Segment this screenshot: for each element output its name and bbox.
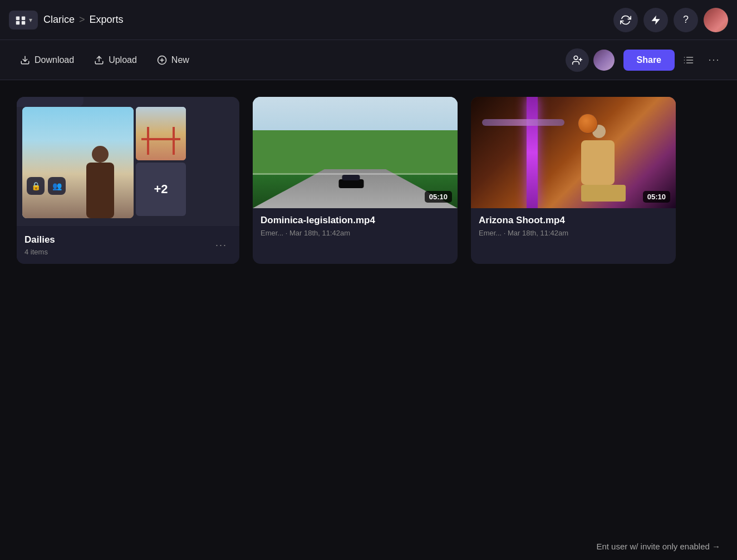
upload-label: Upload <box>109 55 137 65</box>
logo-button[interactable]: ▾ <box>9 11 38 30</box>
folder-thumb-side: +2 <box>136 107 186 220</box>
video-info-dominica: Dominica-legislation.mp4 Emer... · Mar 1… <box>253 208 458 245</box>
nav-right: ? <box>613 8 728 32</box>
more-options-button[interactable]: ··· <box>702 48 726 72</box>
people-badge: 👥 <box>48 177 66 195</box>
add-person-button[interactable] <box>566 48 589 72</box>
folder-tab <box>17 97 83 107</box>
user-avatar-button[interactable] <box>704 8 728 32</box>
video-duration-arizona: 05:10 <box>643 191 670 203</box>
svg-point-10 <box>574 56 578 60</box>
video-meta-dominica: Emer... · Mar 18th, 11:42am <box>261 229 450 237</box>
breadcrumb-current: Exports <box>90 14 124 26</box>
folder-thumbnail-area: +2 🔒 👥 <box>17 97 239 226</box>
video-thumbnail-arizona: 05:10 <box>471 97 676 208</box>
folder-icon-badges: 🔒 👥 <box>27 177 66 195</box>
share-label: Share <box>637 55 661 65</box>
list-view-button[interactable] <box>677 48 700 72</box>
share-button[interactable]: Share <box>623 50 675 71</box>
download-button[interactable]: Download <box>11 51 83 70</box>
toolbar: Download Upload New Sh <box>0 40 737 80</box>
refresh-button[interactable] <box>613 8 638 32</box>
footer-link[interactable]: Ent user w/ invite only enabled → <box>596 542 720 551</box>
folder-more-count: +2 <box>136 163 186 216</box>
video-card-dominica[interactable]: 05:10 Dominica-legislation.mp4 Emer... ·… <box>253 97 458 264</box>
main-content: +2 🔒 👥 Dailies 4 items ··· <box>0 80 737 281</box>
folder-menu-button[interactable]: ··· <box>211 237 232 253</box>
video-meta-arizona: Emer... · Mar 18th, 11:42am <box>479 229 668 237</box>
folder-count: 4 items <box>24 248 55 256</box>
chevron-down-icon: ▾ <box>29 16 32 24</box>
folder-thumb-main <box>22 107 134 218</box>
footer: Ent user w/ invite only enabled → <box>579 533 737 560</box>
download-label: Download <box>35 55 74 65</box>
upload-button[interactable]: Upload <box>85 51 146 70</box>
folder-card-dailies[interactable]: +2 🔒 👥 Dailies 4 items ··· <box>17 97 239 264</box>
video-thumbnail-dominica: 05:10 <box>253 97 458 208</box>
folder-name: Dailies <box>24 234 55 245</box>
nav-left: ▾ Clarice > Exports <box>9 11 124 30</box>
video-card-arizona[interactable]: 05:10 Arizona Shoot.mp4 Emer... · Mar 18… <box>471 97 676 264</box>
help-button[interactable]: ? <box>674 8 698 32</box>
video-info-arizona: Arizona Shoot.mp4 Emer... · Mar 18th, 11… <box>471 208 676 245</box>
breadcrumb: Clarice > Exports <box>43 14 124 26</box>
lightning-button[interactable] <box>643 8 668 32</box>
breadcrumb-separator: > <box>79 14 85 26</box>
collab-avatars <box>566 48 616 72</box>
folder-thumb-bridge <box>136 107 186 160</box>
video-name-arizona: Arizona Shoot.mp4 <box>479 215 668 226</box>
footer-text: Ent user w/ invite only enabled → <box>596 542 720 551</box>
svg-rect-0 <box>16 16 19 19</box>
folder-info: Dailies 4 items ··· <box>17 226 239 264</box>
new-label: New <box>171 55 189 65</box>
video-name-dominica: Dominica-legislation.mp4 <box>261 215 450 226</box>
lock-badge: 🔒 <box>27 177 45 195</box>
video-duration-dominica: 05:10 <box>425 191 452 203</box>
avatar <box>704 8 728 32</box>
svg-rect-3 <box>22 21 25 24</box>
breadcrumb-root[interactable]: Clarice <box>43 14 75 26</box>
new-button[interactable]: New <box>148 51 198 70</box>
top-nav: ▾ Clarice > Exports ? <box>0 0 737 40</box>
svg-rect-2 <box>16 21 19 24</box>
svg-rect-1 <box>22 16 25 19</box>
svg-marker-4 <box>652 15 660 24</box>
collab-avatar[interactable] <box>592 48 616 72</box>
